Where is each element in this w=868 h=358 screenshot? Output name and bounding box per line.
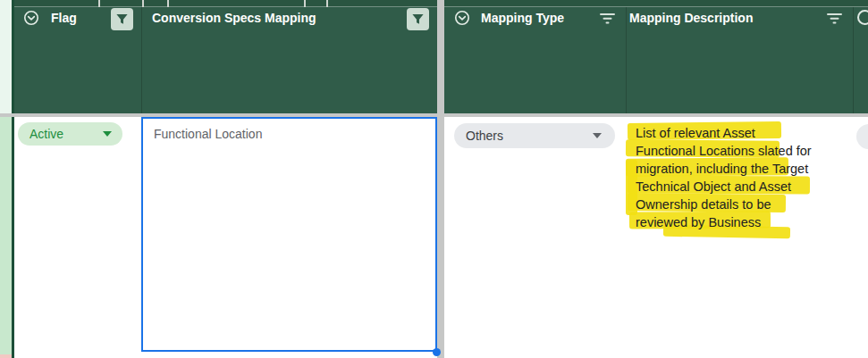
column-header-label: Flag xyxy=(51,11,77,26)
chevron-down-icon xyxy=(593,133,602,138)
header-column-separator xyxy=(626,7,627,113)
cell-border-notch xyxy=(304,0,306,7)
frozen-strip-header-cell xyxy=(0,0,12,113)
description-line: List of relevant Asset xyxy=(636,124,859,142)
header-band-right: Mapping Type Mapping Description xyxy=(444,7,868,113)
filter-lines-icon[interactable] xyxy=(600,13,615,24)
funnel-filter-button[interactable] xyxy=(111,8,133,30)
column-header-mapping-type-label: Mapping Type xyxy=(481,11,564,26)
description-line: Functional Locations slated for xyxy=(636,142,859,160)
circle-chevron-icon xyxy=(454,10,470,26)
circle-chevron-icon xyxy=(857,10,868,25)
description-line: Technical Object and Asset xyxy=(636,178,859,196)
header-column-separator xyxy=(141,7,142,113)
funnel-icon xyxy=(411,12,425,26)
cell-border-notch xyxy=(98,0,100,7)
mapping-type-value: Others xyxy=(466,129,503,143)
flag-dropdown-chip[interactable]: Active xyxy=(18,122,122,146)
chevron-down-icon xyxy=(103,131,112,137)
description-line: Ownership details to be xyxy=(636,196,859,213)
cell-border-notch xyxy=(142,0,144,7)
clipped-row-top-left xyxy=(14,0,437,7)
mapping-type-dropdown-chip[interactable]: Others xyxy=(454,123,615,148)
description-line: migration, including the Target xyxy=(636,160,859,178)
frozen-strip-next-row-cell xyxy=(0,354,12,358)
funnel-filter-button[interactable] xyxy=(407,8,429,30)
mapping-description-text: List of relevant Asset Functional Locati… xyxy=(636,124,859,231)
column-header-conversion-specs-label: Conversion Specs Mapping xyxy=(152,11,316,26)
header-band-left: Flag Conversion Specs Mapping xyxy=(14,7,437,113)
column-header-mapping-description-label: Mapping Description xyxy=(629,11,753,26)
circle-chevron-icon xyxy=(23,10,39,26)
description-line: reviewed by Business xyxy=(636,213,859,231)
frozen-column-divider[interactable] xyxy=(437,0,444,358)
mapping-description-cell[interactable]: List of relevant Asset Functional Locati… xyxy=(626,117,855,358)
clipped-row-top-right xyxy=(444,0,868,7)
flag-value: Active xyxy=(29,127,63,141)
header-column-separator xyxy=(853,7,854,113)
cell-value: Functional Location xyxy=(154,127,262,141)
cell-border-notch xyxy=(326,0,328,7)
filter-lines-icon[interactable] xyxy=(827,13,842,24)
cell-border-notch xyxy=(167,0,169,7)
selected-cell-conversion-specs-mapping[interactable]: Functional Location xyxy=(141,117,437,352)
funnel-icon xyxy=(115,12,129,26)
fill-handle[interactable] xyxy=(433,348,441,356)
sheet-grid: Flag Conversion Specs Mapping Mapping Ty… xyxy=(0,0,868,358)
frozen-strip-body-cell xyxy=(0,117,12,354)
